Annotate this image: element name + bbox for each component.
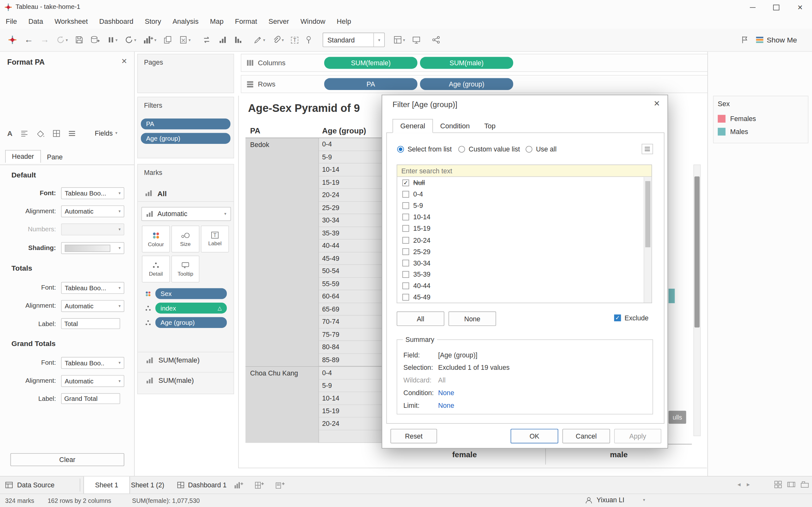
age-cell[interactable]: 50-54	[319, 265, 382, 278]
list-item[interactable]: 35-39	[397, 269, 652, 280]
format-panel-close-icon[interactable]: ✕	[121, 57, 127, 65]
checkbox[interactable]	[403, 248, 409, 255]
new-worksheet-tab-button[interactable]	[234, 481, 244, 490]
menu-worksheet[interactable]: Worksheet	[49, 14, 94, 29]
checkbox[interactable]	[403, 214, 409, 221]
age-cell[interactable]: 55-59	[319, 278, 382, 290]
age-cell[interactable]: 5-9	[319, 380, 382, 392]
data-guide-button[interactable]	[737, 32, 752, 48]
pause-updates-button[interactable]: ▾	[104, 32, 121, 48]
filmstrip-icon[interactable]	[787, 481, 796, 488]
marks-all-row[interactable]: All	[138, 185, 234, 202]
new-dashboard-tab-button[interactable]	[255, 481, 264, 490]
swap-rows-columns-button[interactable]	[198, 32, 215, 48]
list-item[interactable]: 45-49	[397, 292, 652, 303]
totals-label-input[interactable]	[61, 318, 120, 329]
sort-ascending-button[interactable]	[215, 32, 231, 48]
radio-use-all[interactable]: Use all	[525, 146, 557, 153]
dialog-close-icon[interactable]: ✕	[653, 99, 660, 108]
tab-condition[interactable]: Condition	[433, 119, 477, 132]
radio-custom-value-list[interactable]: Custom value list	[458, 146, 520, 153]
tab-dashboard-1[interactable]: Dashboard 1	[171, 476, 233, 494]
filter-pill-pa[interactable]: PA	[141, 118, 230, 129]
tab-scroll-right-icon[interactable]: ▸	[747, 481, 750, 488]
data-source-tab[interactable]: Data Source	[5, 476, 55, 494]
save-button[interactable]	[71, 32, 87, 48]
tab-header[interactable]: Header	[5, 150, 41, 163]
view-scrollbar-thumb[interactable]	[694, 176, 699, 328]
marks-section-sum-male[interactable]: SUM(male)	[138, 372, 234, 389]
tab-general[interactable]: General	[393, 119, 433, 133]
exclude-checkbox[interactable]: ✓	[614, 315, 621, 321]
detail-role-icon[interactable]	[145, 305, 151, 311]
age-cell[interactable]: 60-64	[319, 290, 382, 303]
alignment-format-icon[interactable]	[21, 130, 28, 136]
show-tabs-icon[interactable]	[801, 481, 809, 488]
females-swatch[interactable]	[718, 115, 725, 122]
column-header-age-group[interactable]: Age (group)	[319, 124, 382, 137]
column-header-pa[interactable]: PA	[246, 124, 319, 137]
reset-button[interactable]: Reset	[391, 429, 437, 443]
colour-role-icon[interactable]	[145, 291, 151, 297]
menu-server[interactable]: Server	[263, 14, 295, 29]
list-item-null[interactable]: ✓ Null	[397, 177, 652, 188]
list-item[interactable]: 30-34	[397, 257, 652, 269]
age-cell-partial[interactable]	[319, 430, 382, 443]
age-cell[interactable]: 40-44	[319, 239, 382, 252]
worksheet-title[interactable]: Age-Sex Pyramid of 9	[248, 102, 360, 114]
list-scrollbar[interactable]	[644, 177, 651, 303]
new-story-tab-button[interactable]	[275, 481, 286, 490]
menu-format[interactable]: Format	[229, 14, 263, 29]
checkbox[interactable]	[403, 294, 409, 301]
filter-pill-age-group[interactable]: Age (group)	[141, 133, 230, 144]
checkbox[interactable]	[403, 260, 409, 266]
sheet-sorter-icon[interactable]	[774, 481, 782, 488]
rows-pill-age-group[interactable]: Age (group)	[420, 78, 513, 90]
fields-dropdown[interactable]: Fields ▾	[95, 129, 117, 137]
lines-format-icon[interactable]	[68, 130, 76, 136]
list-item[interactable]: 40-44	[397, 280, 652, 291]
legend-item-males[interactable]: Males	[718, 128, 748, 135]
marks-pill-sex[interactable]: Sex	[155, 288, 227, 299]
tab-top[interactable]: Top	[477, 119, 503, 132]
list-item[interactable]: 0-4	[397, 188, 652, 200]
checkbox[interactable]	[403, 271, 409, 278]
shading-bucket-icon[interactable]	[36, 130, 44, 137]
list-item[interactable]: 25-29	[397, 246, 652, 257]
list-item[interactable]: 10-14	[397, 211, 652, 223]
males-swatch[interactable]	[718, 128, 725, 135]
fix-axes-button[interactable]	[302, 32, 315, 48]
grand-label-input[interactable]	[61, 393, 120, 404]
age-cell[interactable]: 85-89	[319, 354, 382, 366]
checkbox[interactable]	[403, 191, 409, 198]
pa-cell[interactable]: Bedok	[246, 138, 319, 366]
age-cell[interactable]: 45-49	[319, 252, 382, 265]
age-cell[interactable]: 75-79	[319, 328, 382, 341]
age-cell[interactable]: 65-69	[319, 303, 382, 316]
list-item[interactable]: 15-19	[397, 223, 652, 234]
undo-button[interactable]: ←	[20, 32, 37, 48]
age-cell[interactable]: 10-14	[319, 392, 382, 405]
checkbox[interactable]	[403, 202, 409, 209]
age-cell[interactable]: 0-4	[319, 367, 382, 380]
marks-section-sum-female[interactable]: SUM(female)	[138, 352, 234, 368]
nulls-indicator-button[interactable]: ulls	[669, 411, 687, 424]
list-menu-button[interactable]	[642, 144, 653, 154]
chart-bar-fragment[interactable]	[669, 289, 675, 303]
age-cell[interactable]: 20-24	[319, 189, 382, 202]
grand-alignment-dropdown[interactable]: Automatic▾	[61, 375, 124, 387]
menu-data[interactable]: Data	[22, 14, 49, 29]
new-datasource-button[interactable]	[87, 32, 103, 48]
age-cell[interactable]: 5-9	[319, 151, 382, 164]
close-button[interactable]: ✕	[788, 0, 812, 14]
menu-story[interactable]: Story	[139, 14, 167, 29]
age-cell[interactable]: 20-24	[319, 418, 382, 430]
tab-scroll-left-icon[interactable]: ◂	[738, 481, 741, 488]
checkbox[interactable]	[403, 237, 409, 243]
columns-pill-sum-female[interactable]: SUM(female)	[324, 57, 417, 69]
new-worksheet-button[interactable]: ▾	[140, 32, 160, 48]
mark-type-dropdown[interactable]: Automatic ▾	[142, 207, 231, 221]
age-cell[interactable]: 15-19	[319, 405, 382, 418]
show-me-button[interactable]: Show Me	[752, 32, 801, 48]
duplicate-button[interactable]	[160, 32, 176, 48]
